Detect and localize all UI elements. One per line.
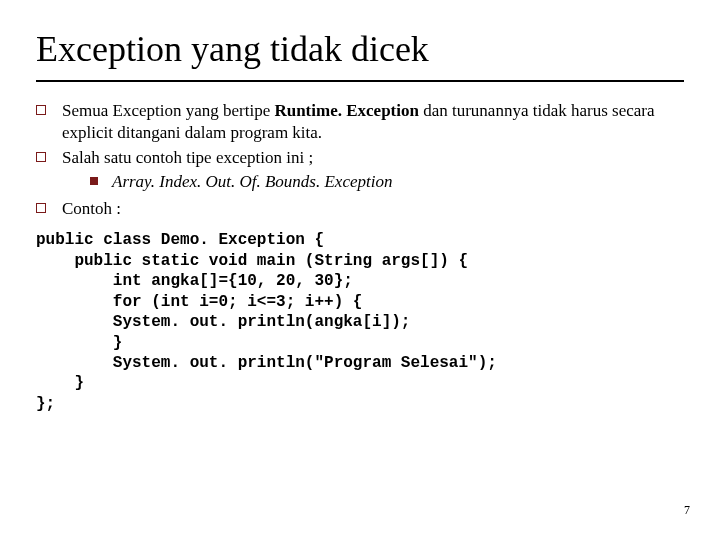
list-item: Salah satu contoh tipe exception ini ; [36, 147, 684, 169]
text-bold: Runtime. Exception [274, 101, 419, 120]
page-number: 7 [684, 503, 690, 518]
sub-bullet-text: Array. Index. Out. Of. Bounds. Exception [112, 171, 392, 193]
code-block: public class Demo. Exception { public st… [36, 230, 684, 414]
bullet-text: Contoh : [62, 198, 684, 220]
square-icon [36, 152, 46, 162]
bullet-text: Semua Exception yang bertipe Runtime. Ex… [62, 100, 684, 145]
square-icon [36, 203, 46, 213]
square-fill-icon [90, 177, 98, 185]
bullet-list: Semua Exception yang bertipe Runtime. Ex… [36, 100, 684, 414]
text-part: Semua Exception yang bertipe [62, 101, 274, 120]
slide: Exception yang tidak dicek Semua Excepti… [0, 0, 720, 540]
bullet-text: Salah satu contoh tipe exception ini ; [62, 147, 684, 169]
list-item: Contoh : [36, 198, 684, 220]
slide-title: Exception yang tidak dicek [36, 28, 684, 82]
list-item: Semua Exception yang bertipe Runtime. Ex… [36, 100, 684, 145]
sub-list-item: Array. Index. Out. Of. Bounds. Exception [90, 171, 684, 193]
square-icon [36, 105, 46, 115]
